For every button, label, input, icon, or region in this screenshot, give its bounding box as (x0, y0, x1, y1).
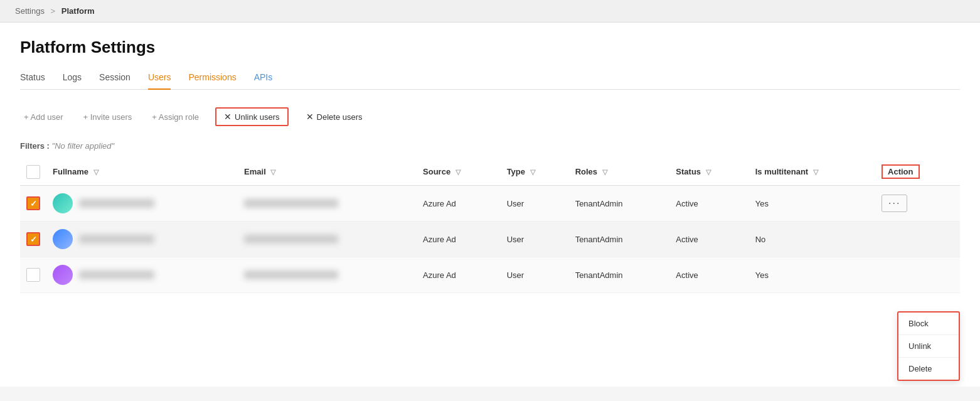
th-roles-label: Roles (575, 167, 597, 176)
fullname-filter-icon[interactable]: ▽ (93, 168, 99, 176)
row2-source: Azure Ad (417, 222, 501, 257)
th-action-label: Action (881, 164, 919, 179)
filters-label: Filters : (20, 141, 50, 151)
dropdown-unlink[interactable]: Unlink (898, 335, 959, 358)
row2-checkbox-cell[interactable] (20, 222, 46, 257)
table-row: ██████████ ████████████ Azure Ad User Te… (20, 222, 960, 257)
row2-action (875, 222, 960, 257)
row3-email-blurred: ████████████ (244, 270, 338, 279)
row1-email: ████████████ (238, 186, 417, 222)
th-status-label: Status (676, 167, 701, 176)
breadcrumb-current: Platform (61, 6, 95, 16)
unlink-x-icon: ✕ (224, 112, 232, 122)
row2-roles: TenantAdmin (569, 222, 670, 257)
users-table: Fullname ▽ Email ▽ Source ▽ Type ▽ Roles (20, 158, 960, 293)
row3-avatar (53, 265, 73, 285)
breadcrumb: Settings > Platform (0, 0, 980, 23)
add-user-button[interactable]: + Add user (20, 110, 67, 124)
invite-users-button[interactable]: + Invite users (80, 110, 136, 124)
row3-action (875, 257, 960, 293)
row2-email: ████████████ (238, 222, 417, 257)
tab-users[interactable]: Users (148, 67, 171, 90)
roles-filter-icon[interactable]: ▽ (602, 168, 607, 176)
th-type: Type ▽ (501, 158, 569, 186)
dropdown-delete[interactable]: Delete (898, 358, 959, 380)
th-email: Email ▽ (238, 158, 417, 186)
row1-fullname: ██████████ (46, 186, 238, 222)
assign-role-button[interactable]: + Assign role (148, 110, 203, 124)
breadcrumb-separator: > (51, 6, 56, 16)
row3-checkbox-cell[interactable] (20, 257, 46, 293)
th-status: Status ▽ (669, 158, 748, 186)
filters-value: "No filter applied" (52, 141, 115, 151)
email-filter-icon[interactable]: ▽ (270, 168, 275, 176)
dropdown-block[interactable]: Block (898, 313, 959, 335)
action-dropdown: Block Unlink Delete (897, 311, 960, 381)
tab-apis[interactable]: APIs (254, 67, 273, 90)
row2-type: User (501, 222, 569, 257)
main-content: Platform Settings Status Logs Session Us… (0, 23, 980, 387)
delete-users-button[interactable]: ✕ Delete users (301, 109, 368, 125)
row2-avatar (53, 229, 73, 249)
delete-users-label: Delete users (317, 112, 363, 122)
select-all-header[interactable] (20, 158, 46, 186)
row1-type: User (501, 186, 569, 222)
status-filter-icon[interactable]: ▽ (706, 168, 711, 176)
tab-session[interactable]: Session (99, 67, 130, 90)
row3-checkbox[interactable] (26, 268, 40, 282)
multitenant-filter-icon[interactable]: ▽ (813, 168, 818, 176)
row2-email-blurred: ████████████ (244, 235, 338, 243)
row1-status: Active (669, 186, 748, 222)
row1-roles: TenantAdmin (569, 186, 670, 222)
tab-status[interactable]: Status (20, 67, 45, 90)
row2-multitenant: No (749, 222, 875, 257)
th-fullname: Fullname ▽ (46, 158, 238, 186)
th-action: Action (875, 158, 960, 186)
table-row: ██████████ ████████████ Azure Ad User Te… (20, 186, 960, 222)
th-fullname-label: Fullname (53, 167, 88, 176)
row1-source: Azure Ad (417, 186, 501, 222)
row2-status: Active (669, 222, 748, 257)
row2-checkbox[interactable] (26, 232, 40, 246)
row3-email: ████████████ (238, 257, 417, 293)
th-source-label: Source (423, 167, 450, 176)
table-row: ██████████ ████████████ Azure Ad User Te… (20, 257, 960, 293)
row1-checkbox[interactable] (26, 196, 40, 210)
row1-email-blurred: ████████████ (244, 199, 338, 208)
delete-x-icon: ✕ (306, 112, 314, 122)
row3-fullname: ██████████ (46, 257, 238, 293)
row1-action-button[interactable]: ··· (881, 195, 907, 212)
row3-name-blurred: ██████████ (79, 270, 154, 279)
source-filter-icon[interactable]: ▽ (455, 168, 461, 176)
th-roles: Roles ▽ (569, 158, 670, 186)
th-multitenant-label: Is multitenant (755, 167, 809, 176)
row2-fullname: ██████████ (46, 222, 238, 257)
toolbar: + Add user + Invite users + Assign role … (20, 102, 960, 131)
row3-multitenant: Yes (749, 257, 875, 293)
row1-checkbox-cell[interactable] (20, 186, 46, 222)
row3-type: User (501, 257, 569, 293)
row1-action[interactable]: ··· (875, 186, 960, 222)
th-source: Source ▽ (417, 158, 501, 186)
th-multitenant: Is multitenant ▽ (749, 158, 875, 186)
row3-roles: TenantAdmin (569, 257, 670, 293)
unlink-users-button[interactable]: ✕ Unlink users (215, 107, 289, 126)
type-filter-icon[interactable]: ▽ (530, 168, 535, 176)
page-title: Platform Settings (20, 38, 960, 57)
tab-logs[interactable]: Logs (63, 67, 82, 90)
row2-name-blurred: ██████████ (79, 235, 154, 243)
unlink-users-label: Unlink users (235, 112, 280, 122)
th-email-label: Email (244, 167, 266, 176)
row3-status: Active (669, 257, 748, 293)
row1-avatar (53, 193, 73, 213)
row1-name-blurred: ██████████ (79, 199, 154, 208)
tab-permissions[interactable]: Permissions (188, 67, 236, 90)
row3-source: Azure Ad (417, 257, 501, 293)
th-type-label: Type (507, 167, 525, 176)
select-all-checkbox[interactable] (26, 165, 40, 179)
row1-multitenant: Yes (749, 186, 875, 222)
tabs-nav: Status Logs Session Users Permissions AP… (20, 67, 960, 90)
breadcrumb-parent[interactable]: Settings (15, 6, 45, 16)
filters-row: Filters : "No filter applied" (20, 141, 960, 151)
